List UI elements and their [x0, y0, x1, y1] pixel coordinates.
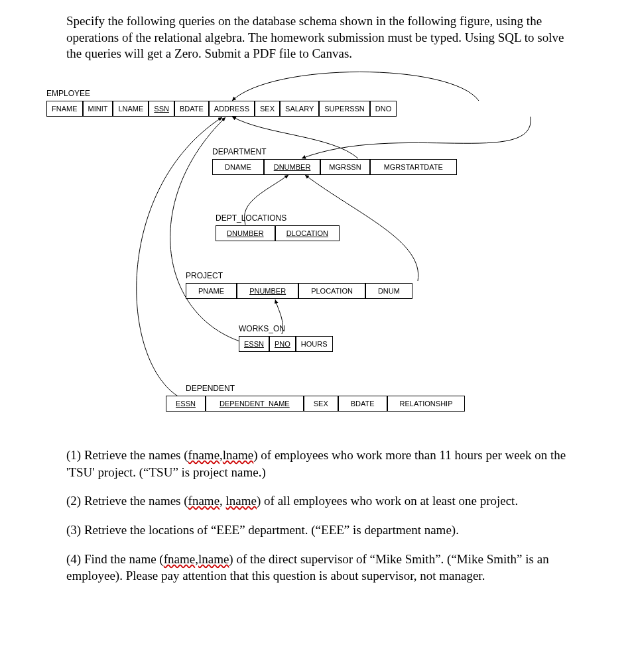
col-pno: PNO: [269, 336, 296, 352]
workson-row: ESSN PNO HOURS: [239, 336, 333, 352]
col-dl-dnumber: DNUMBER: [216, 225, 275, 241]
col-mgrssn: MGRSSN: [320, 159, 369, 175]
col-dname: DNAME: [212, 159, 264, 175]
col-lname: LNAME: [113, 101, 149, 117]
col-superssn: SUPERSSN: [319, 101, 370, 117]
workson-title: WORKS_ON: [239, 324, 285, 333]
col-salary: SALARY: [280, 101, 319, 117]
project-title: PROJECT: [186, 271, 223, 280]
question-1: (1) Retrieve the names (fname,lname) of …: [66, 447, 570, 480]
department-title: DEPARTMENT: [212, 147, 267, 156]
col-bdate: BDATE: [174, 101, 209, 117]
col-pname: PNAME: [186, 283, 237, 299]
col-dependent-name: DEPENDENT_NAME: [206, 396, 304, 412]
col-dep-bdate: BDATE: [338, 396, 387, 412]
dependent-title: DEPENDENT: [186, 384, 235, 393]
question-4: (4) Find the name (fname,lname) of the d…: [66, 551, 570, 585]
col-minit: MINIT: [83, 101, 113, 117]
intro-text: Specify the following queries on the dat…: [66, 13, 570, 62]
col-dnumber: DNUMBER: [264, 159, 321, 175]
col-dnum: DNUM: [365, 283, 412, 299]
deptloc-title: DEPT_LOCATIONS: [216, 213, 286, 223]
col-pnumber: PNUMBER: [237, 283, 298, 299]
employee-row: FNAME MINIT LNAME SSN BDATE ADDRESS SEX …: [46, 101, 397, 117]
question-2: (2) Retrieve the names (fname, lname) of…: [66, 492, 570, 510]
employee-title: EMPLOYEE: [46, 89, 90, 98]
deptloc-row: DNUMBER DLOCATION: [216, 225, 340, 241]
col-hours: HOURS: [296, 336, 333, 352]
col-fname: FNAME: [46, 101, 83, 117]
department-row: DNAME DNUMBER MGRSSN MGRSTARTDATE: [212, 159, 457, 175]
relationship-arrows: [27, 69, 544, 427]
dependent-row: ESSN DEPENDENT_NAME SEX BDATE RELATIONSH…: [166, 396, 465, 412]
col-dno: DNO: [370, 101, 397, 117]
col-relationship: RELATIONSHIP: [387, 396, 466, 412]
col-plocation: PLOCATION: [298, 283, 365, 299]
questions-block: (1) Retrieve the names (fname,lname) of …: [66, 447, 570, 585]
question-3: (3) Retrieve the locations of “EEE” depa…: [66, 522, 570, 539]
col-wo-essn: ESSN: [239, 336, 269, 352]
schema-diagram: EMPLOYEE FNAME MINIT LNAME SSN BDATE ADD…: [27, 69, 544, 427]
col-dep-sex: SEX: [304, 396, 338, 412]
col-dlocation: DLOCATION: [275, 225, 340, 241]
col-dep-essn: ESSN: [166, 396, 206, 412]
col-mgrstartdate: MGRSTARTDATE: [370, 159, 457, 175]
col-sex: SEX: [255, 101, 280, 117]
project-row: PNAME PNUMBER PLOCATION DNUM: [186, 283, 412, 299]
col-ssn: SSN: [149, 101, 174, 117]
col-address: ADDRESS: [209, 101, 255, 117]
